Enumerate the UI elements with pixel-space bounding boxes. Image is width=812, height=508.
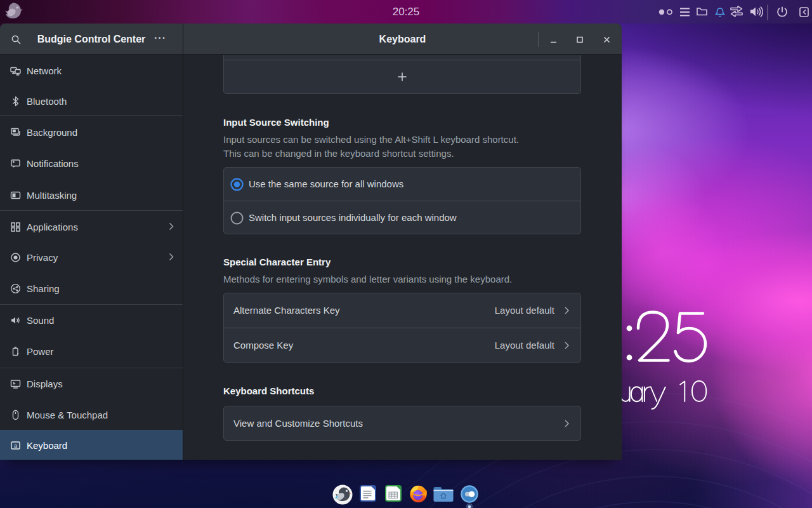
svg-text:a: a (14, 442, 17, 448)
